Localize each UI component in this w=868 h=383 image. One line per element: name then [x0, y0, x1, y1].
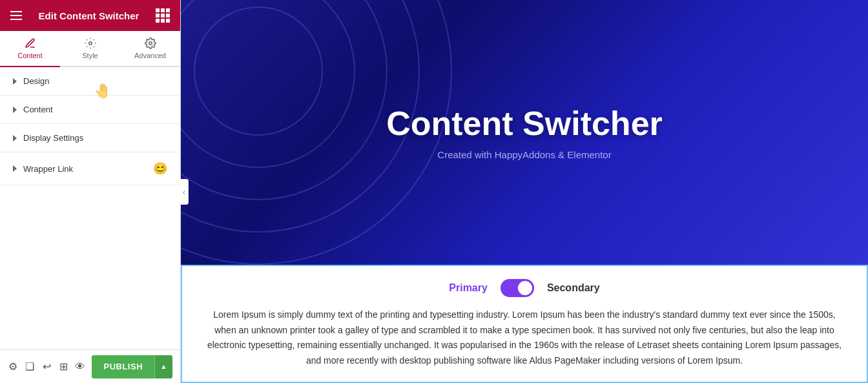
chevron-icon [13, 135, 17, 141]
sidebar: Edit Content Switcher Content Style [0, 0, 181, 383]
sidebar-footer: ⚙ ❑ ↩ ⊞ 👁 PUBLISH [0, 349, 180, 383]
preview-icon[interactable]: 👁 [75, 358, 85, 376]
accordion-display-header[interactable]: Display Settings [0, 124, 180, 152]
tab-advanced[interactable]: Advanced [120, 31, 180, 67]
collapse-handle[interactable] [180, 179, 189, 205]
accordion-display-label: Display Settings [23, 133, 83, 143]
svg-point-0 [88, 42, 92, 45]
publish-button[interactable]: PUBLISH [92, 355, 154, 378]
wrapper-link-emoji: 😊 [153, 161, 167, 176]
accordion-design: Design [0, 67, 180, 96]
toggle-switch[interactable] [501, 279, 534, 297]
grid-icon[interactable] [156, 8, 170, 23]
tab-content-label: Content [17, 52, 43, 59]
accordion-wrapper-link: Wrapper Link 😊 [0, 152, 180, 185]
tab-style[interactable]: Style [60, 31, 120, 67]
tab-content[interactable]: Content [0, 31, 60, 67]
sidebar-title: Edit Content Switcher [39, 10, 140, 21]
sidebar-tabs: Content Style Advanced [0, 31, 180, 67]
layers-icon[interactable]: ❑ [25, 358, 35, 376]
chevron-icon [13, 165, 17, 172]
accordion-design-label: Design [23, 76, 49, 86]
svg-point-1 [149, 42, 152, 45]
accordion-content-header[interactable]: Content [0, 96, 180, 123]
switcher-section: Primary Secondary Lorem Ipsum is simply … [181, 265, 868, 383]
hero-section: Content Switcher Created with HappyAddon… [181, 0, 868, 265]
hamburger-icon[interactable] [10, 11, 22, 20]
accordion-design-header[interactable]: Design [0, 67, 180, 95]
tab-advanced-label: Advanced [134, 52, 166, 59]
accordion-display-settings: Display Settings [0, 124, 180, 152]
chevron-icon [13, 107, 17, 113]
hero-subtitle: Created with HappyAddons & Elementor [437, 149, 611, 160]
main-content: Content Switcher Created with HappyAddon… [181, 0, 868, 383]
secondary-label: Secondary [547, 282, 600, 294]
templates-icon[interactable]: ⊞ [58, 358, 68, 376]
toggle-row: Primary Secondary [195, 279, 854, 297]
switcher-content-text: Lorem Ipsum is simply dummy text of the … [195, 307, 854, 369]
publish-btn-wrapper: PUBLISH [92, 355, 172, 378]
sidebar-header: Edit Content Switcher [0, 0, 180, 31]
chevron-icon [13, 78, 17, 85]
accordion-wrapper-label: Wrapper Link [23, 164, 73, 174]
accordion-content: Content [0, 96, 180, 124]
tab-style-label: Style [82, 52, 98, 59]
settings-icon[interactable]: ⚙ [8, 358, 18, 376]
primary-label: Primary [449, 282, 488, 294]
history-icon[interactable]: ↩ [41, 358, 52, 376]
hero-title: Content Switcher [386, 104, 663, 143]
accordion-wrapper-header[interactable]: Wrapper Link 😊 [0, 152, 180, 185]
publish-dropdown-button[interactable] [154, 355, 172, 378]
accordion-content-label: Content [23, 105, 53, 114]
